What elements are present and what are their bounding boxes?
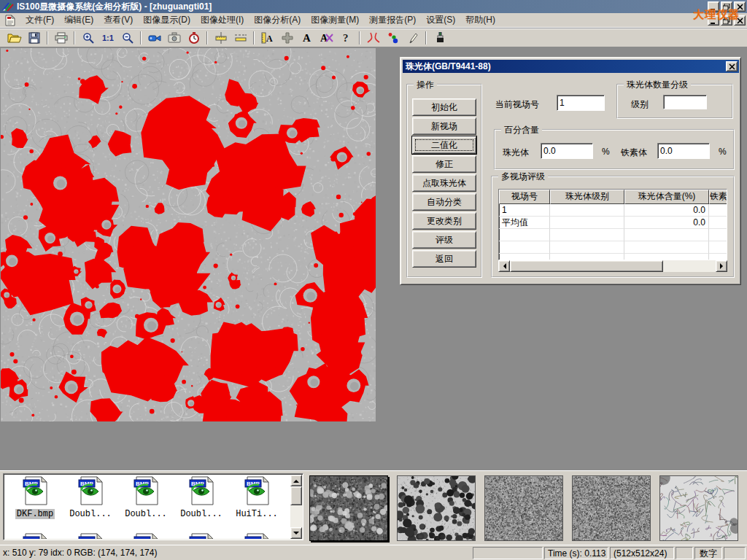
print-icon[interactable] [51,30,71,46]
menu-item-4[interactable]: 图像显示(D) [138,12,196,28]
rating-table[interactable]: 视场号珠光体级别珠光体含量(%)铁素体含量(%)10.0平均值0.0 [498,189,727,260]
table-cell: 0.0 [624,204,709,217]
file-item[interactable]: BMP [64,533,117,539]
toolbar-separator [140,31,142,44]
table-cell: 0.0 [624,217,709,229]
actual-size-icon[interactable]: 1:1 [98,30,117,46]
scroll-up-button[interactable] [290,475,302,486]
text-icon[interactable]: A [297,30,317,46]
file-item[interactable]: BMP [120,533,172,539]
file-item[interactable]: BMPDoubl... [64,476,117,519]
menu-item-1[interactable]: 文件(F) [20,12,59,28]
scroll-right-button[interactable] [716,260,727,272]
scroll-thumb[interactable] [290,486,302,505]
file-item[interactable]: BMPHuiTi... [231,476,283,519]
caliper-ruler-icon[interactable] [211,30,231,46]
zoom-in-icon[interactable] [78,30,98,46]
grade-input[interactable] [663,95,707,109]
count-points-icon[interactable] [383,30,403,46]
table-header[interactable]: 铁素体含量(%) [709,190,727,204]
op-button-3[interactable]: 二值化 [412,136,476,154]
micrograph-thumbnail[interactable] [572,475,651,541]
table-row[interactable] [499,241,727,254]
file-item[interactable]: BMP [9,533,61,539]
scroll-thumb[interactable] [510,260,663,272]
menu-item-9[interactable]: 设置(S) [421,12,460,28]
file-item[interactable]: BMP [231,533,283,539]
ruler-text-icon[interactable]: A [258,30,277,46]
menu-item-2[interactable]: 编辑(E) [59,12,98,28]
table-row[interactable]: 平均值0.0 [499,217,727,229]
dashed-ruler-icon[interactable] [231,30,250,46]
dialog-close-button[interactable] [726,61,738,71]
text-delete-icon[interactable]: A [317,30,336,46]
scroll-down-button[interactable] [290,527,302,539]
rating-table-hscrollbar[interactable] [498,260,727,272]
op-button-7[interactable]: 更改类别 [412,212,476,230]
menu-item-6[interactable]: 图像分析(A) [249,12,306,28]
app-icon [0,1,14,12]
menu-item-10[interactable]: 帮助(H) [460,12,500,28]
file-item[interactable]: BMPDKF.bmp [9,476,61,519]
save-icon[interactable] [24,30,44,46]
ferrite-percent-input[interactable] [657,143,710,159]
curve-tool-icon[interactable] [363,30,383,46]
toolbar-separator [425,31,427,44]
menu-item-5[interactable]: 图像处理(I) [196,12,249,28]
op-button-9[interactable]: 返回 [412,250,476,268]
pearlite-percent-input[interactable] [541,143,593,159]
thumbnail-image [485,476,562,540]
grid-cross-icon[interactable] [277,30,297,46]
menu-item-8[interactable]: 测量报告(P) [364,12,421,28]
file-item[interactable]: BMPDoubl... [175,476,228,519]
dialog-title-bar[interactable]: 珠光体(GB/T9441-88) [403,60,739,73]
open-icon[interactable] [4,30,24,46]
op-button-4[interactable]: 修正 [412,155,476,173]
micrograph-thumbnail[interactable] [659,475,738,541]
op-button-6[interactable]: 自动分类 [412,193,476,211]
multifield-rating-label: 多视场评级 [498,171,548,182]
bmp-file-icon: BMP [77,497,104,508]
brush-icon[interactable] [430,30,449,46]
toolbar-separator [47,31,48,44]
help-icon[interactable]: ? [336,30,356,46]
timer-icon[interactable] [184,30,204,46]
micrograph-thumbnail[interactable] [397,475,476,541]
svg-text:BMP: BMP [247,537,260,539]
table-cell [709,229,727,241]
svg-text:BMP: BMP [136,537,149,539]
table-header[interactable]: 视场号 [499,190,550,204]
file-list-vscrollbar[interactable] [290,475,302,539]
bmp-file-icon: BMP [21,497,49,508]
table-header[interactable]: 珠光体级别 [550,190,624,204]
photo-camera-icon[interactable] [164,30,184,46]
file-item[interactable]: BMP [175,533,228,539]
table-header[interactable]: 珠光体含量(%) [624,190,709,204]
op-button-1[interactable]: 初始化 [412,98,476,116]
menu-item-7[interactable]: 图像测量(M) [306,12,364,28]
menu-item-3[interactable]: 查看(V) [98,12,138,28]
picker-pen-icon[interactable] [403,30,422,46]
percent-group-label: 百分含量 [501,125,542,135]
file-item[interactable]: BMPDoubl... [120,476,172,519]
scroll-left-button[interactable] [498,260,510,272]
file-browser: BMPDKF.bmpBMPDoubl...BMPDoubl...BMPDoubl… [3,473,303,540]
toolbar-separator [206,31,208,44]
micrograph-thumbnail[interactable] [309,475,388,541]
op-button-5[interactable]: 点取珠光体 [412,174,476,192]
table-row[interactable]: 10.0 [499,204,727,217]
micrograph-thumbnail[interactable] [484,475,563,541]
document-icon[interactable] [0,15,20,26]
table-row[interactable] [499,229,727,241]
status-mode-panel: 数字 [694,547,722,559]
metallograph-image[interactable] [1,48,376,421]
current-field-input[interactable] [557,95,605,111]
svg-text:BMP: BMP [191,537,204,539]
zoom-out-icon[interactable] [117,30,137,46]
table-cell [624,229,709,241]
table-row[interactable] [499,254,727,260]
video-camera-icon[interactable] [144,30,164,46]
op-button-2[interactable]: 新视场 [412,117,476,135]
op-button-8[interactable]: 评级 [412,231,476,249]
file-name: HuiTi... [234,509,279,519]
